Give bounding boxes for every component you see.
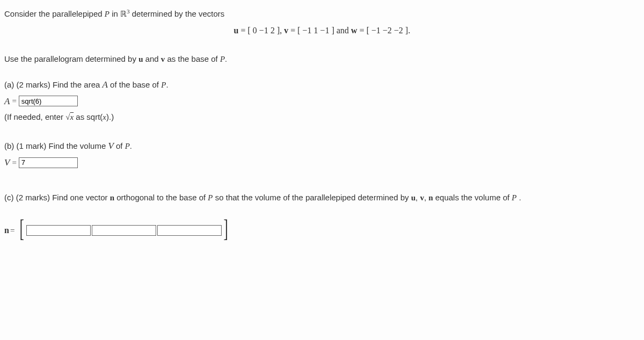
c-n2: n	[428, 193, 433, 202]
intro-p: P	[105, 10, 109, 18]
c-v: v	[420, 193, 425, 202]
vector-equation: u = [ 0 −1 2 ], v = [ −1 1 −1 ] and w = …	[4, 24, 640, 38]
eq-eq2: =	[288, 26, 297, 35]
a-label: (a) (2 marks) Find the area	[4, 80, 103, 89]
c-label: (c) (2 marks) Find one vector	[4, 193, 110, 202]
eq-u-vec: [ 0 −1 2 ]	[248, 26, 280, 35]
c-mid1: orthogonal to the base of	[114, 193, 208, 202]
n-label: n	[4, 223, 9, 237]
part-a: (a) (2 marks) Find the area A of the bas…	[4, 77, 640, 124]
eq-and: and	[334, 26, 351, 35]
part-b: (b) (1 mark) Find the volume V of P. V =	[4, 139, 640, 170]
sqrt-hint: (If needed, enter √x as sqrt(x).)	[4, 111, 640, 124]
area-input[interactable]	[19, 96, 78, 106]
a-period: .	[166, 80, 168, 89]
c-mid2: so that the volume of the parallelepiped…	[213, 193, 411, 202]
part-c-prompt: (c) (2 marks) Find one vector n orthogon…	[4, 191, 640, 204]
volume-input[interactable]	[19, 157, 78, 168]
a-P: P	[161, 81, 166, 89]
eq-eq3: =	[357, 26, 367, 35]
part-b-answer-row: V =	[4, 155, 640, 170]
hint-mid: as sqrt(	[74, 112, 103, 121]
part-c: (c) (2 marks) Find one vector n orthogon…	[4, 191, 640, 241]
eq-v-vec: [ −1 1 −1 ]	[297, 26, 334, 35]
part-a-prompt: (a) (2 marks) Find the area A of the bas…	[4, 77, 640, 92]
n1-input[interactable]	[26, 225, 91, 236]
b-V: V	[108, 141, 113, 151]
eq-eq1: =	[239, 26, 248, 35]
part-b-prompt: (b) (1 mark) Find the volume V of P.	[4, 139, 640, 153]
base-period: .	[225, 54, 227, 63]
right-bracket: ]	[223, 218, 228, 240]
eq-w: w	[351, 26, 357, 35]
part-a-answer-row: A =	[4, 94, 640, 108]
c-n: n	[110, 193, 114, 202]
b-P: P	[125, 142, 130, 150]
b-eq-V: V	[4, 155, 10, 170]
hint-prefix: (If needed, enter	[4, 112, 65, 121]
intro-suffix: determined by the vectors	[130, 9, 225, 18]
b-label: (b) (1 mark) Find the volume	[4, 141, 108, 150]
hint-x2: x	[103, 113, 106, 121]
base-end: as the base of	[165, 54, 220, 63]
vector-inputs	[26, 225, 222, 236]
c-P2: P	[512, 193, 517, 202]
base-p: P	[220, 55, 225, 63]
base-text-1: Use the parallelogram determined by	[4, 54, 138, 63]
intro-mid: in	[109, 9, 120, 18]
n2-input[interactable]	[92, 225, 156, 236]
a-eq-A: A	[4, 94, 10, 108]
base-mid: and	[143, 54, 160, 63]
left-bracket: [	[20, 218, 24, 240]
c-c1: ,	[415, 193, 420, 202]
n3-input[interactable]	[157, 225, 222, 236]
b-eq-sign: =	[12, 156, 16, 169]
c-mid3: equals the volume of	[433, 193, 512, 202]
c-end: .	[517, 193, 521, 202]
part-c-answer-row: n = [ ]	[4, 219, 640, 241]
hint-suffix: ).)	[106, 112, 114, 121]
intro-r3: ℝ	[120, 10, 127, 18]
a-eq-sign: =	[12, 95, 16, 107]
base-instruction: Use the parallelogram determined by u an…	[4, 53, 640, 66]
b-of: of	[114, 141, 125, 150]
eq-u: u	[234, 26, 239, 35]
a-A: A	[103, 79, 108, 90]
n-eq: =	[10, 224, 14, 237]
a-mid: of the base of	[108, 80, 161, 89]
c-P: P	[208, 193, 213, 202]
eq-w-vec: [ −1 −2 −2 ].	[367, 26, 411, 35]
intro-text: Consider the parallelepiped	[4, 9, 105, 18]
b-period: .	[130, 141, 132, 150]
problem-intro: Consider the parallelepiped P in ℝ3 dete…	[4, 6, 640, 20]
